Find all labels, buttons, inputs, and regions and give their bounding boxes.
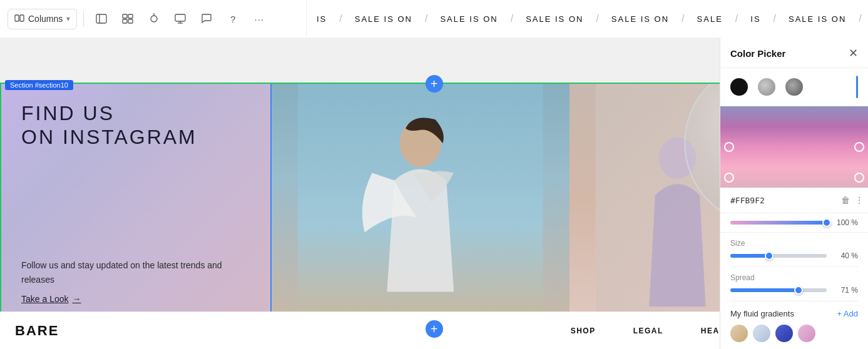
- help-btn[interactable]: ?: [222, 8, 244, 30]
- cp-size-label: Size: [730, 239, 858, 248]
- ticker-item: SALE IS ON: [345, 14, 422, 24]
- cp-close-btn[interactable]: ✕: [849, 46, 858, 60]
- footer-nav-legal[interactable]: LEGAL: [633, 326, 663, 335]
- link-text: Take a Look: [21, 294, 69, 304]
- instagram-left-col: FIND US ON INSTAGRAM Follow us and stay …: [1, 84, 270, 321]
- svg-rect-2: [96, 14, 106, 23]
- cp-fluid-title: My fluid gradients: [730, 309, 794, 318]
- cp-preset-black[interactable]: [730, 78, 748, 96]
- add-row-top-icon: +: [431, 77, 438, 91]
- more-icon: ···: [254, 14, 264, 24]
- cp-opacity-row: 100 %: [720, 213, 868, 233]
- cp-gradient-canvas[interactable]: [720, 106, 868, 188]
- cp-hex-input[interactable]: [730, 196, 836, 205]
- ticker-sep: /: [679, 13, 687, 24]
- instagram-description: Follow us and stay updated on the latest…: [21, 258, 250, 286]
- cp-gradient-bg: [720, 106, 868, 188]
- sale-ticker-area: IS / SALE IS ON / SALE IS ON / SALE IS O…: [307, 0, 868, 38]
- cp-fluid-header: My fluid gradients + Add: [730, 309, 858, 318]
- footer-nav-shop[interactable]: SHOP: [571, 326, 596, 335]
- instagram-link[interactable]: Take a Look →: [21, 294, 250, 304]
- cp-header: Color Picker ✕: [720, 38, 868, 68]
- ticker-sep: /: [337, 13, 344, 24]
- cp-spread-slider[interactable]: [730, 288, 827, 292]
- svg-rect-7: [128, 19, 133, 23]
- top-bar: Columns ▾: [0, 0, 868, 38]
- ticker-sep: /: [422, 13, 430, 24]
- cp-opacity-slider[interactable]: [730, 221, 827, 225]
- ticker-item: SALE IS ON: [430, 14, 508, 24]
- cp-size-row: 40 %: [730, 251, 858, 267]
- cp-size-value: 40 %: [833, 251, 858, 260]
- svg-rect-1: [20, 15, 24, 21]
- cp-size-slider[interactable]: [730, 254, 827, 258]
- cp-gradient-handle-bottom-left[interactable]: [724, 173, 734, 183]
- grid-btn[interactable]: [116, 8, 139, 30]
- cp-size-section: Size 40 %: [720, 233, 868, 267]
- ticker-item: SALE: [687, 14, 733, 24]
- ticker-sep: /: [856, 13, 864, 24]
- section-label: Section #section10: [5, 80, 73, 90]
- cp-title: Color Picker: [730, 48, 785, 59]
- columns-chevron: ▾: [66, 14, 70, 23]
- link-arrow: →: [73, 294, 81, 304]
- cp-spread-label: Spread: [730, 273, 858, 282]
- cp-fluid-swatches: [730, 325, 858, 342]
- instagram-bottom: Follow us and stay updated on the latest…: [21, 258, 250, 304]
- cp-fluid-swatch-1[interactable]: [730, 325, 748, 342]
- cp-opacity-value: 100 %: [833, 218, 858, 227]
- cp-fluid-swatch-3[interactable]: [775, 325, 793, 342]
- footer-brand: BARE: [15, 323, 59, 339]
- align-btn[interactable]: [143, 8, 165, 30]
- ticker-sep: /: [771, 13, 779, 24]
- cp-opacity-thumb[interactable]: [822, 218, 831, 227]
- cp-fluid-swatch-2[interactable]: [753, 325, 770, 342]
- cp-gradient-handle-right[interactable]: [854, 142, 864, 152]
- svg-rect-0: [15, 15, 19, 21]
- cp-add-gradient-btn[interactable]: + Add: [837, 309, 858, 318]
- cp-trash-btn[interactable]: 🗑: [841, 195, 850, 205]
- cp-preset-darkgray[interactable]: [785, 78, 803, 96]
- ticker-item: SALE IS ON: [601, 14, 679, 24]
- cp-preset-gray[interactable]: [758, 78, 775, 96]
- cp-color-row: 🗑 ⋮: [720, 188, 868, 213]
- ticker-sep: /: [593, 13, 601, 24]
- cp-active-bar: [856, 76, 858, 98]
- monitor-btn[interactable]: [169, 8, 191, 30]
- ticker-sep: /: [733, 13, 740, 24]
- cp-spread-thumb[interactable]: [794, 286, 803, 295]
- svg-point-8: [151, 16, 157, 22]
- instagram-title: FIND US ON INSTAGRAM: [21, 101, 250, 149]
- cp-spread-row: 71 %: [730, 286, 858, 301]
- ticker-sep: /: [508, 13, 516, 24]
- ticker-track: IS / SALE IS ON / SALE IS ON / SALE IS O…: [307, 13, 868, 24]
- comment-btn[interactable]: [195, 8, 218, 30]
- cp-fluid-section: My fluid gradients + Add: [720, 301, 868, 347]
- svg-rect-10: [175, 14, 185, 21]
- color-picker-panel: Color Picker ✕ 🗑 ⋮: [720, 38, 868, 349]
- cp-fluid-swatch-4[interactable]: [798, 325, 815, 342]
- cp-spread-value: 71 %: [833, 286, 858, 295]
- cp-presets: [720, 68, 868, 106]
- add-row-top-btn[interactable]: +: [426, 75, 443, 93]
- svg-rect-5: [128, 14, 133, 18]
- ticker-item: IS: [307, 14, 337, 24]
- cp-size-thumb[interactable]: [765, 251, 774, 260]
- add-row-bottom-icon: +: [431, 322, 438, 336]
- toolbar-sep-1: [83, 11, 84, 26]
- columns-selector[interactable]: Columns ▾: [8, 9, 77, 29]
- ticker-item: IS: [740, 14, 770, 24]
- sidebar-toggle-btn[interactable]: [90, 8, 113, 30]
- cp-gradient-handle-left[interactable]: [724, 142, 734, 152]
- ticker-item: SALE IS ON: [864, 14, 868, 24]
- ticker-item: SALE IS ON: [516, 14, 593, 24]
- cp-spread-section: Spread 71 %: [720, 267, 868, 301]
- more-btn[interactable]: ···: [248, 8, 270, 30]
- columns-label: Columns: [28, 14, 63, 24]
- columns-icon: [14, 13, 24, 25]
- cp-more-btn[interactable]: ⋮: [855, 195, 864, 205]
- svg-rect-4: [123, 14, 127, 18]
- cp-gradient-handle-bottom-right[interactable]: [854, 173, 864, 183]
- main-content: Section #section10 + FIND US ON INSTAGRA…: [0, 38, 868, 349]
- add-row-bottom-btn[interactable]: +: [426, 320, 443, 338]
